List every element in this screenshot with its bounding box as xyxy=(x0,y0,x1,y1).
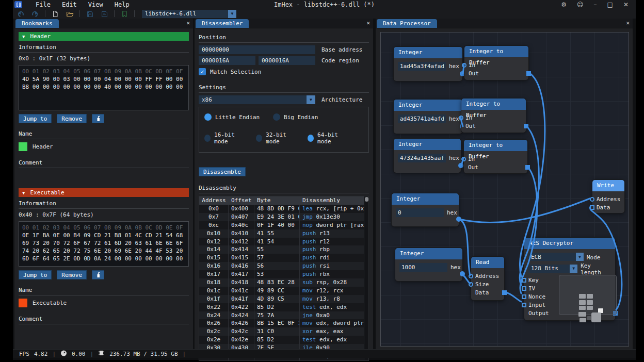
table-row[interactable]: 0x120x41241 54push r12 xyxy=(199,238,368,246)
settings-gear-icon[interactable]: ⚙ xyxy=(561,1,567,8)
remove-button[interactable]: Remove xyxy=(57,270,87,279)
port-connector-in[interactable] xyxy=(522,303,526,307)
bookmark-icon[interactable] xyxy=(120,10,129,18)
table-row[interactable]: 0x00x40048 8D 0D F9 0lea rcx, [rip + 0x1… xyxy=(199,205,368,213)
table-row[interactable]: 0x160x41656push rsi xyxy=(199,262,368,270)
minimize-button[interactable]: – xyxy=(594,1,597,8)
port-connector-in[interactable] xyxy=(469,282,473,287)
port-connector-out[interactable] xyxy=(526,71,531,76)
redo-icon[interactable] xyxy=(30,10,40,18)
table-row[interactable]: 0x140x41455push rbp xyxy=(199,245,368,254)
node-header[interactable]: Integer xyxy=(394,139,461,150)
node-header[interactable]: Integer xyxy=(394,100,462,111)
radio-big-endian[interactable] xyxy=(273,113,280,121)
tab-disassembler[interactable]: Disassembler xyxy=(196,19,249,28)
table-row[interactable]: 0x220x42285 D2test edx, edx xyxy=(199,303,368,311)
port-connector-in[interactable] xyxy=(590,197,594,202)
menu-edit[interactable]: Edit xyxy=(62,1,77,8)
table-row[interactable]: 0x70x407E9 24 3E 01 0jmp 0x13e30 xyxy=(199,213,368,221)
port-connector-out[interactable] xyxy=(524,124,528,128)
radio-32bit-mode[interactable] xyxy=(256,135,262,142)
scrollbar-thumb[interactable] xyxy=(365,197,368,202)
architecture-select[interactable]: x86 ▼ xyxy=(199,95,315,104)
undo-icon[interactable] xyxy=(16,10,25,18)
table-row[interactable]: 0x170x41753push rbx xyxy=(199,270,368,278)
node-integer[interactable]: Integerhex xyxy=(392,193,459,226)
table-row[interactable]: 0x2e0x42e85 D2test edx, edx xyxy=(199,336,368,344)
node-integer[interactable]: Integerhex xyxy=(394,47,462,81)
open-folder-icon[interactable] xyxy=(65,10,74,18)
node-header[interactable]: Integer xyxy=(395,248,462,259)
panel-close-icon[interactable]: ✕ xyxy=(186,20,190,26)
node-header[interactable]: Integer to Buffer xyxy=(461,98,526,110)
save-as-icon[interactable] xyxy=(100,10,109,18)
node-integer-to-buffer[interactable]: Integer to BufferInOut xyxy=(464,140,527,173)
table-row[interactable]: 0x1c0x41c49 89 CCmov r12, rcx xyxy=(199,287,368,295)
node-graph-canvas[interactable]: IntegerhexInteger to BufferInOutIntegerh… xyxy=(380,32,629,347)
port-connector-out[interactable] xyxy=(502,290,507,295)
node-write[interactable]: WriteAddressData xyxy=(592,180,624,213)
node-integer[interactable]: Integerhex xyxy=(395,248,462,281)
node-header[interactable]: Integer to Buffer xyxy=(464,46,528,57)
node-header[interactable]: Read xyxy=(471,257,504,268)
port-connector-in[interactable] xyxy=(522,294,526,299)
node-select-mode[interactable]: ECB▼ xyxy=(528,253,584,261)
radio-little-endian[interactable] xyxy=(204,113,212,121)
node-read[interactable]: ReadAddressSizeData xyxy=(471,257,504,300)
node-select-key-length[interactable]: 128 Bits▼ xyxy=(528,265,577,273)
node-value-input[interactable] xyxy=(398,154,446,162)
menu-view[interactable]: View xyxy=(88,1,103,8)
menu-help[interactable]: Help xyxy=(115,1,130,8)
new-file-icon[interactable] xyxy=(51,10,60,18)
table-row[interactable]: 0x150x41557push rdi xyxy=(199,254,368,262)
node-integer-to-buffer[interactable]: Integer to BufferInOut xyxy=(464,46,528,80)
port-connector-out[interactable] xyxy=(525,165,530,170)
node-header[interactable]: Integer xyxy=(394,47,462,58)
table-row[interactable]: 0xc0x40c0F 1F 40 00nop dword ptr [rax] xyxy=(199,221,368,229)
table-row[interactable]: 0x240x42475 7Ajne 0xa0 xyxy=(199,311,368,320)
chevron-down-icon[interactable]: ▼ xyxy=(228,10,236,18)
node-value-input[interactable] xyxy=(398,62,446,71)
menu-file[interactable]: File xyxy=(36,1,51,8)
save-icon[interactable] xyxy=(85,10,94,18)
disassemble-button[interactable]: Disassemble xyxy=(199,167,246,176)
port-connector-in[interactable] xyxy=(462,63,466,68)
code-region-end-input[interactable] xyxy=(259,56,315,65)
table-row[interactable]: 0x100x41041 55push r13 xyxy=(199,229,368,238)
jump-to-button[interactable]: Jump to xyxy=(19,114,52,123)
table-row[interactable]: 0x1f0x41f4D 89 C5mov r13, r8 xyxy=(199,295,368,303)
chevron-down-icon[interactable]: ▼ xyxy=(307,95,315,104)
lock-icon[interactable] xyxy=(92,114,104,123)
table-row[interactable]: 0x180x41848 83 EC 28sub rsp, 0x28 xyxy=(199,278,368,287)
bookmark-header-executable[interactable]: ▼Executable xyxy=(19,188,189,197)
radio-64bit-mode[interactable] xyxy=(308,135,314,142)
tab-bookmarks[interactable]: Bookmarks xyxy=(15,19,59,28)
port-connector-in[interactable] xyxy=(522,286,526,291)
base-address-input[interactable] xyxy=(199,45,315,54)
port-connector-in[interactable] xyxy=(461,157,466,161)
node-integer[interactable]: Integerhex xyxy=(394,100,462,134)
port-connector-in[interactable] xyxy=(590,205,594,210)
maximize-button[interactable]: □ xyxy=(607,1,613,8)
chevron-down-icon[interactable]: ▼ xyxy=(570,265,577,273)
color-swatch[interactable] xyxy=(19,299,27,307)
node-value-input[interactable] xyxy=(399,263,447,272)
node-header[interactable]: Write xyxy=(592,180,624,191)
file-selector-combo[interactable]: libstdc++-6.dll ▼ xyxy=(142,10,236,18)
remove-button[interactable]: Remove xyxy=(57,114,87,123)
port-connector-in[interactable] xyxy=(522,278,526,283)
node-value-input[interactable] xyxy=(396,208,444,217)
chevron-down-icon[interactable]: ▼ xyxy=(576,253,584,261)
node-header[interactable]: Integer xyxy=(392,193,459,205)
bookmark-header-header[interactable]: ▼Header xyxy=(19,32,189,41)
table-row[interactable]: 0x2c0x42c31 C0xor eax, eax xyxy=(199,327,368,336)
tab-data-processor[interactable]: Data Processor xyxy=(377,19,437,28)
port-connector-in[interactable] xyxy=(469,274,473,278)
color-swatch[interactable] xyxy=(19,142,27,151)
jump-to-button[interactable]: Jump to xyxy=(19,270,52,279)
node-value-input[interactable] xyxy=(398,114,446,123)
radio-16bit-mode[interactable] xyxy=(204,135,211,142)
lock-icon[interactable] xyxy=(92,270,104,279)
panel-close-icon[interactable]: ✕ xyxy=(626,20,630,26)
node-header[interactable]: Integer to Buffer xyxy=(464,140,527,151)
